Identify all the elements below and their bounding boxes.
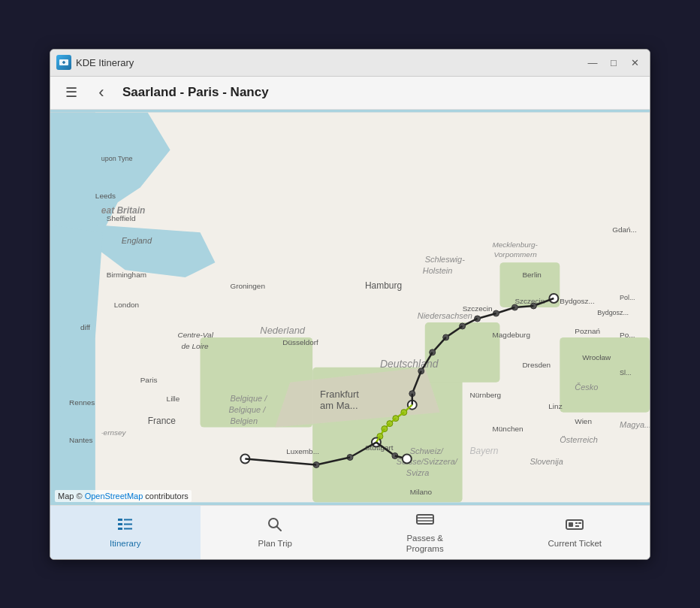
svg-text:Schweiz/: Schweiz/ (410, 446, 444, 455)
svg-text:upon Tyne: upon Tyne (101, 155, 133, 162)
window-controls: — □ ✕ (584, 55, 644, 70)
svg-text:Bydgosz...: Bydgosz... (560, 297, 595, 305)
svg-text:München: München (493, 424, 523, 432)
svg-point-109 (403, 454, 412, 463)
nav-label-passes-programs: Passes &Programs (406, 534, 444, 555)
back-icon: ‹ (98, 83, 104, 102)
nav-label-plan-trip: Plan Trip (258, 539, 292, 549)
back-button[interactable]: ‹ (89, 80, 113, 104)
nav-item-current-ticket[interactable]: Current Ticket (500, 506, 650, 559)
svg-text:Bayern: Bayern (470, 445, 499, 455)
svg-text:de Loire: de Loire (182, 341, 209, 349)
svg-text:diff: diff (80, 322, 90, 331)
svg-text:Leeds: Leeds (95, 192, 116, 200)
svg-text:Svizra: Svizra (406, 468, 429, 477)
svg-text:Mecklenburg-: Mecklenburg- (493, 240, 539, 249)
attribution-suffix: contributors (143, 492, 189, 501)
svg-text:Belgique /: Belgique / (230, 393, 267, 402)
window-title: KDE Itinerary (76, 57, 134, 68)
svg-text:Groningen: Groningen (230, 282, 265, 290)
nav-label-itinerary: Itinerary (110, 539, 141, 549)
openstreetmap-link[interactable]: OpenStreetMap (85, 492, 143, 501)
svg-text:eat Britain: eat Britain (101, 205, 146, 216)
svg-text:Nantes: Nantes (69, 435, 93, 443)
nav-item-plan-trip[interactable]: Plan Trip (201, 506, 351, 559)
svg-text:Dresden: Dresden (522, 360, 551, 368)
titlebar: KDE Itinerary — □ ✕ (50, 50, 650, 77)
maximize-button[interactable]: □ (605, 55, 623, 70)
map-attribution: Map © OpenStreetMap contributors (55, 490, 192, 502)
svg-text:Nederland: Nederland (260, 324, 306, 335)
nav-item-itinerary[interactable]: Itinerary (50, 506, 201, 559)
bottom-nav: Itinerary Plan Trip Passes &Programs (50, 505, 650, 559)
svg-text:Sl...: Sl... (620, 368, 631, 376)
page-title: Saarland - Paris - Nancy (122, 85, 269, 100)
svg-text:Hamburg: Hamburg (365, 280, 402, 291)
passes-icon (415, 510, 435, 531)
svg-rect-124 (575, 525, 579, 527)
svg-text:Belgien: Belgien (230, 416, 258, 425)
hamburger-icon: ☰ (65, 84, 77, 101)
app-icon (56, 55, 71, 70)
map-svg: England Leeds Sheffield Birmingham Londo… (50, 110, 650, 505)
svg-text:Berlin: Berlin (522, 271, 542, 279)
svg-text:Deutschland: Deutschland (380, 357, 439, 369)
close-button[interactable]: ✕ (626, 55, 644, 70)
svg-text:Schleswig-: Schleswig- (425, 255, 465, 264)
svg-rect-111 (118, 523, 122, 525)
svg-text:Magya...: Magya... (620, 419, 650, 428)
nav-item-passes-programs[interactable]: Passes &Programs (350, 506, 500, 559)
svg-text:Österreich: Österreich (560, 434, 598, 443)
svg-rect-118 (417, 515, 433, 524)
svg-text:Magdeburg: Magdeburg (493, 330, 530, 338)
svg-text:Belgique /: Belgique / (228, 404, 266, 413)
svg-text:Centre-Val: Centre-Val (178, 330, 214, 338)
map-area[interactable]: England Leeds Sheffield Birmingham Londo… (50, 110, 650, 505)
svg-text:Poznań: Poznań (575, 326, 600, 334)
svg-line-117 (277, 526, 282, 531)
svg-text:Po...: Po... (620, 330, 635, 338)
svg-text:Slovenija: Slovenija (530, 457, 563, 466)
attribution-prefix: Map © (58, 492, 85, 501)
svg-rect-5 (425, 322, 500, 382)
svg-text:Rennes: Rennes (69, 398, 95, 406)
svg-rect-122 (569, 522, 573, 527)
svg-text:Česko: Česko (575, 382, 598, 391)
svg-text:Gdań...: Gdań... (612, 225, 637, 234)
svg-text:London: London (114, 301, 139, 309)
svg-text:Luxemb...: Luxemb... (286, 446, 319, 455)
app-window: KDE Itinerary — □ ✕ ☰ ‹ Saarland - Paris… (50, 49, 650, 560)
svg-text:Holstein: Holstein (423, 266, 453, 275)
itinerary-icon (116, 516, 135, 537)
svg-text:Lille: Lille (167, 394, 180, 402)
svg-text:·ernsey: ·ernsey (101, 428, 127, 436)
svg-text:France: France (148, 415, 177, 425)
svg-text:Bydgosz...: Bydgosz... (597, 308, 629, 316)
svg-text:Paris: Paris (140, 375, 158, 383)
menu-button[interactable]: ☰ (59, 80, 83, 104)
svg-rect-7 (560, 337, 650, 412)
svg-text:Vorpommern: Vorpommern (494, 250, 538, 259)
svg-text:Niedersachsen: Niedersachsen (418, 310, 472, 319)
svg-text:Birmingham: Birmingham (107, 271, 146, 279)
toolbar: ☰ ‹ Saarland - Paris - Nancy (50, 77, 650, 110)
svg-text:Frankfurt: Frankfurt (320, 388, 359, 399)
ticket-icon (565, 516, 584, 537)
svg-text:Düsseldorf: Düsseldorf (282, 337, 318, 346)
svg-text:Linz: Linz (548, 401, 562, 410)
svg-text:am Ma...: am Ma... (320, 399, 358, 410)
search-icon (266, 516, 284, 537)
svg-text:Nürnberg: Nürnberg (470, 390, 502, 398)
minimize-button[interactable]: — (584, 55, 602, 70)
nav-label-current-ticket: Current Ticket (548, 539, 602, 549)
svg-text:Wrocław: Wrocław (582, 352, 611, 361)
svg-text:Wien: Wien (575, 416, 592, 425)
svg-rect-125 (578, 522, 581, 524)
svg-text:Milano: Milano (410, 488, 433, 496)
svg-rect-110 (118, 519, 122, 521)
svg-rect-112 (118, 528, 122, 530)
svg-text:Pol...: Pol... (620, 294, 635, 301)
svg-rect-123 (575, 522, 578, 524)
svg-text:England: England (122, 236, 152, 245)
titlebar-left: KDE Itinerary (56, 55, 134, 70)
